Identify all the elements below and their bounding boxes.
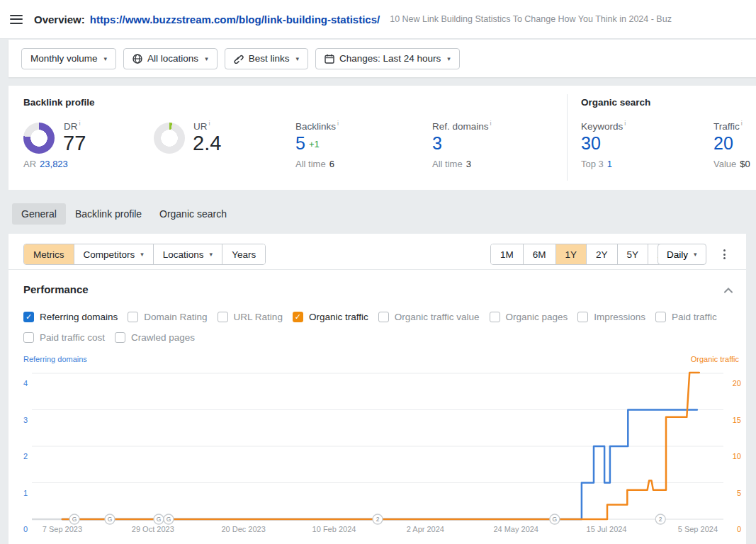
performance-chart[interactable]: 42031521015007 Sep 202329 Oct 202320 Dec… [9,366,746,544]
range-1y-button[interactable]: 1Y [556,244,587,264]
checkbox-label: Organic traffic value [395,312,480,322]
checkbox-label: Organic pages [506,312,568,322]
unchecked-checkbox-icon[interactable] [378,312,389,322]
metric-checkbox-organic-traffic[interactable]: ✓Organic traffic [293,312,368,322]
right-axis-tick: 15 [733,416,741,424]
x-axis-tick: 2 Apr 2024 [407,525,444,533]
backlinks-alltime-value: 6 [329,159,334,169]
metric-checkbox-organic-traffic-value[interactable]: Organic traffic value [378,312,480,322]
checkbox-label: Impressions [594,312,645,322]
keywords-label: Keywords [581,121,623,132]
target-page-title: 10 New Link Building Statistics To Chang… [390,14,672,24]
keywords-value[interactable]: 30 [581,133,601,154]
range-5y-button[interactable]: 5Y [618,244,649,264]
left-axis-tick: 3 [23,416,28,424]
x-axis-tick: 29 Oct 2023 [132,525,174,533]
right-axis-tick: 10 [733,452,741,460]
dr-label: DR [64,121,78,132]
right-axis-tick: 0 [737,525,741,533]
chart-mode-group: Metrics Competitors▾ Locations▾ Years [23,244,266,265]
target-url-link[interactable]: https://www.buzzstream.com/blog/link-bui… [90,13,380,26]
chevron-down-icon: ▾ [694,251,697,258]
traffic-value-label: Value [713,159,736,169]
chevron-down-icon: ▾ [447,55,451,62]
checkbox-label: URL Rating [234,312,283,322]
filter-bar: Monthly volume▾ All locations▾ Best link… [9,40,756,77]
tab-general[interactable]: General [12,203,66,225]
unchecked-checkbox-icon[interactable] [577,312,588,322]
ref-domains-value[interactable]: 3 [432,133,442,154]
tab-organic-search[interactable]: Organic search [150,203,236,225]
backlinks-label: Backlinks [295,121,336,132]
chevron-down-icon: ▾ [210,251,213,258]
metric-checkbox-url-rating[interactable]: URL Rating [218,312,283,322]
range-6m-button[interactable]: 6M [524,244,556,264]
right-axis-tick: 20 [733,379,741,387]
metric-checkbox-paid-traffic[interactable]: Paid traffic [655,312,717,322]
granularity-dropdown[interactable]: Daily▾ [658,244,706,265]
best-links-dropdown[interactable]: Best links▾ [225,48,308,69]
marker-label: G [108,516,113,523]
keywords-top3-value-link[interactable]: 1 [607,159,612,169]
collapse-chevron-up-icon[interactable] [723,285,734,296]
dr-donut-chart [23,123,55,154]
checkbox-label: Organic traffic [309,312,368,322]
metric-checkbox-impressions[interactable]: Impressions [577,312,645,322]
left-axis-tick: 4 [23,379,28,387]
ref-domains-alltime-label: All time [432,159,463,169]
chevron-down-icon: ▾ [295,55,299,62]
backlinks-delta: +1 [309,139,320,149]
competitors-dropdown[interactable]: Competitors▾ [74,244,154,264]
info-icon: i [624,120,626,127]
unchecked-checkbox-icon[interactable] [490,312,500,322]
checked-checkbox-icon[interactable]: ✓ [293,312,303,322]
metric-checkbox-referring-domains[interactable]: ✓Referring domains [23,312,118,322]
checked-checkbox-icon[interactable]: ✓ [23,312,34,322]
left-axis-tick: 1 [23,489,28,497]
changes-date-range-dropdown[interactable]: Changes: Last 24 hours▾ [315,48,460,69]
metric-checkbox-domain-rating[interactable]: Domain Rating [128,312,207,322]
metric-checkbox-crawled-pages[interactable]: Crawled pages [115,332,195,343]
unchecked-checkbox-icon[interactable] [115,332,125,343]
marker-label: 2 [659,516,662,523]
traffic-value-amount: $0 [740,159,750,169]
range-1m-button[interactable]: 1M [491,244,524,264]
time-range-group: 1M 6M 1Y 2Y 5Y All [490,244,678,265]
traffic-value[interactable]: 20 [713,133,733,154]
checkbox-label: Paid traffic [672,312,717,322]
metric-checkbox-row-2: Paid traffic costCrawled pages [23,332,195,343]
tab-backlink-profile[interactable]: Backlink profile [66,203,151,225]
unchecked-checkbox-icon[interactable] [23,332,34,343]
unchecked-checkbox-icon[interactable] [218,312,228,322]
info-icon: i [79,120,81,127]
section-divider [567,94,568,181]
range-2y-button[interactable]: 2Y [587,244,618,264]
locations-dropdown[interactable]: All locations▾ [123,48,218,69]
chevron-down-icon: ▾ [104,55,108,62]
metric-checkbox-organic-pages[interactable]: Organic pages [490,312,568,322]
checkbox-label: Crawled pages [131,332,195,343]
years-mode-button[interactable]: Years [222,244,265,264]
traffic-label: Traffic [713,121,740,132]
unchecked-checkbox-icon[interactable] [128,312,138,322]
metric-checkbox-paid-traffic-cost[interactable]: Paid traffic cost [23,332,105,343]
marker-label: G [553,516,558,523]
divider [9,269,746,270]
referring-domains-line[interactable] [62,410,697,520]
hamburger-menu-icon[interactable] [10,15,23,24]
metrics-mode-button[interactable]: Metrics [24,244,74,264]
ur-donut-chart [154,123,185,154]
locations-chart-dropdown[interactable]: Locations▾ [154,244,222,264]
unchecked-checkbox-icon[interactable] [655,312,666,322]
backlinks-alltime-label: All time [295,159,326,169]
kebab-menu-icon[interactable] [717,244,731,265]
checkbox-label: Domain Rating [144,312,207,322]
page-title: Overview: [34,13,85,26]
monthly-volume-dropdown[interactable]: Monthly volume▾ [21,48,116,69]
ar-label: AR [23,159,36,169]
x-axis-tick: 7 Sep 2023 [43,525,82,533]
checkbox-label: Referring domains [40,312,118,322]
ar-value-link[interactable]: 23,823 [40,159,68,169]
keywords-top3-label: Top 3 [581,159,604,169]
ur-label: UR [193,121,208,132]
